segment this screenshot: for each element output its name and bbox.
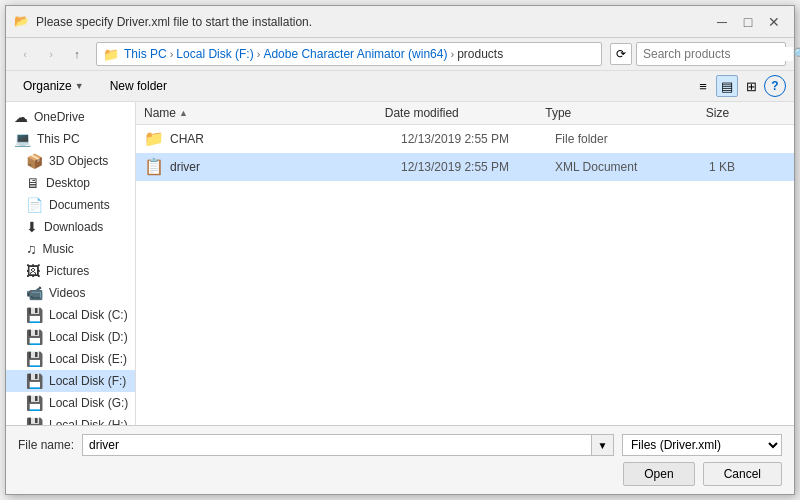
local-c-icon: 💾 <box>26 307 43 323</box>
view-controls: ≡ ▤ ⊞ ? <box>692 75 786 97</box>
search-box: 🔍 <box>636 42 786 66</box>
music-icon: ♫ <box>26 241 37 257</box>
sort-arrow: ▲ <box>179 108 188 118</box>
breadcrumb-bar: 📁 This PC › Local Disk (F:) › Adobe Char… <box>96 42 602 66</box>
desktop-icon: 🖥 <box>26 175 40 191</box>
sidebar-item-local-d[interactable]: 💾 Local Disk (D:) <box>6 326 135 348</box>
file-size: 1 KB <box>709 160 786 174</box>
forward-button[interactable]: › <box>40 43 62 65</box>
file-list: 📁 CHAR 12/13/2019 2:55 PM File folder 📋 … <box>136 125 794 425</box>
search-input[interactable] <box>643 47 793 61</box>
col-size-header[interactable]: Size <box>706 106 786 120</box>
filename-input-wrap: ▼ <box>82 434 614 456</box>
onedrive-icon: ☁ <box>14 109 28 125</box>
sidebar-item-label: Local Disk (C:) <box>49 308 128 322</box>
table-row[interactable]: 📁 CHAR 12/13/2019 2:55 PM File folder <box>136 125 794 153</box>
breadcrumb-current: products <box>457 47 503 61</box>
nav-bar: ‹ › ↑ 📁 This PC › Local Disk (F:) › Adob… <box>6 38 794 71</box>
table-row[interactable]: 📋 driver 12/13/2019 2:55 PM XML Document… <box>136 153 794 181</box>
close-button[interactable]: ✕ <box>762 10 786 34</box>
dialog-icon: 📂 <box>14 14 30 30</box>
col-name-header[interactable]: Name ▲ <box>144 106 385 120</box>
breadcrumb-local-disk[interactable]: Local Disk (F:) <box>176 47 253 61</box>
dialog-title: Please specify Driver.xml file to start … <box>36 15 710 29</box>
sidebar-item-label: OneDrive <box>34 110 85 124</box>
filename-dropdown-button[interactable]: ▼ <box>592 434 614 456</box>
new-folder-label: New folder <box>110 79 167 93</box>
filename-label: File name: <box>18 438 74 452</box>
sidebar-item-label: Local Disk (G:) <box>49 396 128 410</box>
sidebar-item-local-c[interactable]: 💾 Local Disk (C:) <box>6 304 135 326</box>
file-type: File folder <box>555 132 709 146</box>
sidebar: ☁ OneDrive 💻 This PC 📦 3D Objects 🖥 Desk… <box>6 102 136 425</box>
local-d-icon: 💾 <box>26 329 43 345</box>
local-g-icon: 💾 <box>26 395 43 411</box>
filename-row: File name: ▼ Files (Driver.xml) All File… <box>18 434 782 456</box>
title-bar: 📂 Please specify Driver.xml file to star… <box>6 6 794 38</box>
sidebar-item-label: Downloads <box>44 220 103 234</box>
breadcrumb-folder-icon: 📁 <box>103 47 119 62</box>
sidebar-item-label: Pictures <box>46 264 89 278</box>
breadcrumb-sep-2: › <box>257 48 261 60</box>
bottom-bar: File name: ▼ Files (Driver.xml) All File… <box>6 425 794 494</box>
sidebar-item-local-g[interactable]: 💾 Local Disk (G:) <box>6 392 135 414</box>
col-type-header[interactable]: Type <box>545 106 706 120</box>
pictures-icon: 🖼 <box>26 263 40 279</box>
refresh-button[interactable]: ⟳ <box>610 43 632 65</box>
filetype-select[interactable]: Files (Driver.xml) All Files (*.*) <box>622 434 782 456</box>
organize-button[interactable]: Organize ▼ <box>14 75 93 97</box>
view-list-btn[interactable]: ▤ <box>716 75 738 97</box>
sidebar-item-onedrive[interactable]: ☁ OneDrive <box>6 106 135 128</box>
sidebar-item-pictures[interactable]: 🖼 Pictures <box>6 260 135 282</box>
sidebar-item-this-pc[interactable]: 💻 This PC <box>6 128 135 150</box>
organize-dropdown-icon: ▼ <box>75 81 84 91</box>
organize-label: Organize <box>23 79 72 93</box>
xml-file-icon: 📋 <box>144 157 164 176</box>
sidebar-item-documents[interactable]: 📄 Documents <box>6 194 135 216</box>
sidebar-item-local-e[interactable]: 💾 Local Disk (E:) <box>6 348 135 370</box>
local-e-icon: 💾 <box>26 351 43 367</box>
videos-icon: 📹 <box>26 285 43 301</box>
sidebar-item-3d-objects[interactable]: 📦 3D Objects <box>6 150 135 172</box>
file-pane: Name ▲ Date modified Type Size 📁 CHAR 12… <box>136 102 794 425</box>
view-details-btn[interactable]: ≡ <box>692 75 714 97</box>
new-folder-button[interactable]: New folder <box>101 75 176 97</box>
sidebar-item-label: Local Disk (F:) <box>49 374 126 388</box>
toolbar: Organize ▼ New folder ≡ ▤ ⊞ ? <box>6 71 794 102</box>
file-name: driver <box>170 160 401 174</box>
sidebar-item-videos[interactable]: 📹 Videos <box>6 282 135 304</box>
cancel-button[interactable]: Cancel <box>703 462 782 486</box>
open-button[interactable]: Open <box>623 462 694 486</box>
file-name: CHAR <box>170 132 401 146</box>
sidebar-item-label: Documents <box>49 198 110 212</box>
sidebar-item-music[interactable]: ♫ Music <box>6 238 135 260</box>
sidebar-item-desktop[interactable]: 🖥 Desktop <box>6 172 135 194</box>
col-date-header[interactable]: Date modified <box>385 106 546 120</box>
breadcrumb-sep-1: › <box>170 48 174 60</box>
sidebar-item-label: This PC <box>37 132 80 146</box>
sidebar-item-downloads[interactable]: ⬇ Downloads <box>6 216 135 238</box>
filetype-wrap: Files (Driver.xml) All Files (*.*) <box>622 434 782 456</box>
sidebar-item-local-f[interactable]: 💾 Local Disk (F:) <box>6 370 135 392</box>
sidebar-item-label: Local Disk (H:) <box>49 418 128 425</box>
this-pc-icon: 💻 <box>14 131 31 147</box>
action-row: Open Cancel <box>18 462 782 486</box>
up-button[interactable]: ↑ <box>66 43 88 65</box>
sidebar-item-label: Local Disk (D:) <box>49 330 128 344</box>
minimize-button[interactable]: ─ <box>710 10 734 34</box>
sidebar-item-local-h[interactable]: 💾 Local Disk (H:) <box>6 414 135 425</box>
folder-icon: 📁 <box>144 129 164 148</box>
filename-input[interactable] <box>82 434 592 456</box>
sidebar-item-label: Desktop <box>46 176 90 190</box>
breadcrumb-adobe[interactable]: Adobe Character Animator (win64) <box>263 47 447 61</box>
breadcrumb-this-pc[interactable]: This PC <box>124 47 167 61</box>
file-dialog: 📂 Please specify Driver.xml file to star… <box>5 5 795 495</box>
help-button[interactable]: ? <box>764 75 786 97</box>
view-tiles-btn[interactable]: ⊞ <box>740 75 762 97</box>
sidebar-item-label: Music <box>43 242 74 256</box>
back-button[interactable]: ‹ <box>14 43 36 65</box>
search-icon: 🔍 <box>793 47 800 61</box>
window-controls: ─ □ ✕ <box>710 10 786 34</box>
downloads-icon: ⬇ <box>26 219 38 235</box>
maximize-button[interactable]: □ <box>736 10 760 34</box>
